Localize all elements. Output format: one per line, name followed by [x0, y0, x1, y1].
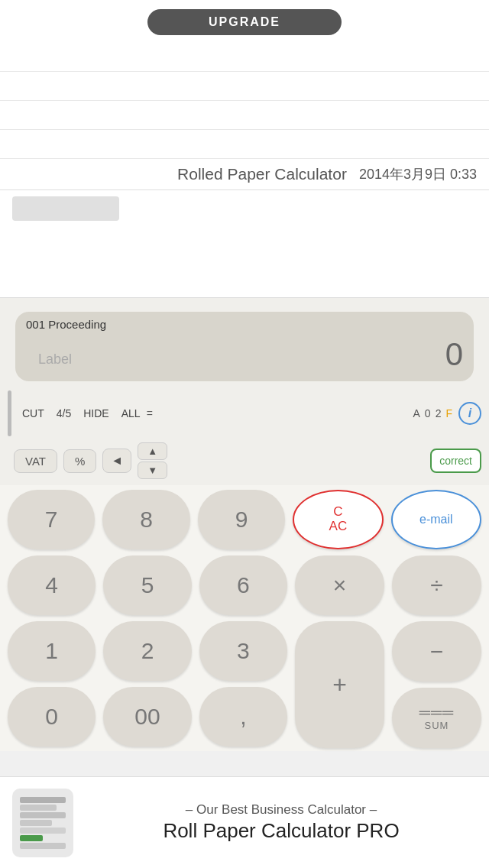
- ratio-button[interactable]: 4/5: [50, 406, 77, 421]
- key-6[interactable]: 6: [199, 555, 287, 615]
- sum-lines: ═══: [419, 704, 455, 720]
- key-multiply[interactable]: ×: [295, 555, 384, 615]
- display-area: 001 Proceeding Label 0: [15, 312, 474, 381]
- all-button[interactable]: ALL: [115, 406, 147, 421]
- hide-button[interactable]: HIDE: [77, 406, 115, 421]
- key-9[interactable]: 9: [198, 490, 285, 549]
- key-2[interactable]: 2: [103, 621, 191, 681]
- label-two: 2: [436, 407, 442, 419]
- banner-title: Roll Paper Calculator PRO: [86, 819, 477, 843]
- key-sum[interactable]: ═══ SUM: [392, 688, 481, 748]
- vat-button[interactable]: VAT: [14, 449, 57, 473]
- cut-button[interactable]: CUT: [16, 406, 50, 421]
- label-a: A: [413, 407, 420, 419]
- ac-label: AC: [329, 520, 348, 534]
- key-plus[interactable]: +: [295, 621, 384, 748]
- key-3[interactable]: 3: [199, 621, 287, 681]
- key-minus[interactable]: −: [392, 621, 481, 682]
- key-c-ac[interactable]: C AC: [293, 490, 383, 549]
- back-button[interactable]: ◄: [102, 449, 131, 473]
- paper-title: Rolled Paper Calculator: [177, 165, 347, 183]
- paper-line-4: [0, 130, 489, 159]
- key-0[interactable]: 0: [8, 687, 96, 747]
- key-email[interactable]: e-mail: [391, 490, 481, 549]
- key-7[interactable]: 7: [8, 490, 95, 549]
- banner-text-area: – Our Best Business Calculator – Roll Pa…: [86, 802, 477, 843]
- key-4[interactable]: 4: [8, 555, 96, 615]
- info-button[interactable]: i: [458, 402, 481, 425]
- paper-entry: Rolled Paper Calculator 2014年3月9日 0:33: [0, 159, 489, 190]
- percent-button[interactable]: %: [63, 449, 96, 473]
- key-1[interactable]: 1: [8, 621, 96, 681]
- banner-image: [12, 789, 73, 857]
- scroll-indicator[interactable]: [8, 390, 11, 436]
- label-f: F: [445, 407, 452, 419]
- paper-date: 2014年3月9日 0:33: [359, 165, 477, 183]
- key-8[interactable]: 8: [102, 490, 189, 549]
- key-divide[interactable]: ÷: [392, 555, 481, 615]
- label-zero: 0: [425, 407, 431, 419]
- key-00[interactable]: 00: [103, 687, 191, 747]
- paper-line-1: [0, 43, 489, 72]
- key-5[interactable]: 5: [103, 555, 191, 615]
- bottom-banner[interactable]: – Our Best Business Calculator – Roll Pa…: [0, 776, 489, 868]
- equals-sign: =: [147, 407, 153, 419]
- c-label: C: [333, 505, 342, 520]
- upgrade-button[interactable]: UPGRADE: [147, 9, 342, 35]
- display-label: Label: [38, 351, 72, 368]
- sum-label: SUM: [425, 720, 449, 731]
- up-button[interactable]: ▲: [138, 442, 167, 460]
- correct-button[interactable]: correct: [430, 449, 481, 473]
- display-value: 0: [26, 332, 463, 371]
- paper-line-2: [0, 72, 489, 101]
- display-proceeding: 001 Proceeding: [26, 318, 106, 331]
- paper-line-3: [0, 101, 489, 130]
- paper-thumbnail: [12, 196, 119, 221]
- down-button[interactable]: ▼: [138, 462, 167, 479]
- banner-subtitle: – Our Best Business Calculator –: [86, 802, 477, 818]
- key-comma[interactable]: ,: [199, 687, 287, 747]
